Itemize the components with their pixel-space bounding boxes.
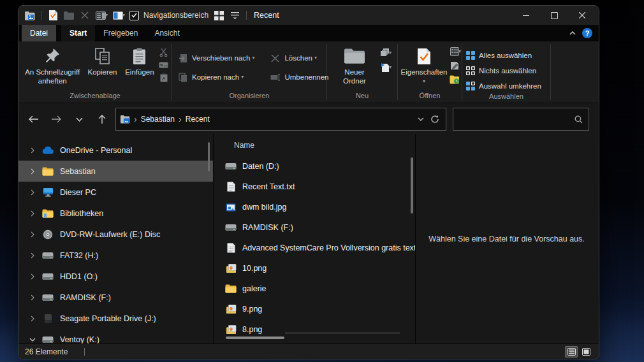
row-divider — [285, 333, 400, 333]
delete-button[interactable]: Löschen ▾ — [270, 50, 328, 66]
open-button[interactable]: ▾ — [449, 46, 461, 57]
collapse-ribbon-button[interactable] — [569, 31, 576, 35]
rename-button[interactable]: Umbenennen — [270, 69, 328, 85]
address-dropdown-button[interactable] — [418, 117, 424, 121]
select-none-button[interactable]: Nichts auswählen — [466, 64, 541, 77]
file-item-10-png[interactable]: 10.png — [214, 258, 415, 279]
sidebar-item-hdd1[interactable]: HDD1 (O:) — [18, 266, 213, 287]
chevron-right-icon[interactable] — [29, 315, 36, 322]
sidebar-item-ramdisk[interactable]: RAMDISK (F:) — [18, 287, 213, 308]
sidebar-item-dvd-drive[interactable]: DVD-RW-Laufwerk (E:) Disc — [18, 224, 213, 245]
refresh-button[interactable] — [428, 115, 442, 124]
sidebar-item-label: DVD-RW-Laufwerk (E:) Disc — [60, 230, 160, 239]
details-pane-button[interactable]: ▾ — [95, 10, 108, 21]
sidebar-item-label: Seagate Portable Drive (J:) — [60, 314, 156, 323]
sidebar-item-fat32[interactable]: FAT32 (H:) — [18, 245, 213, 266]
sidebar-item-label: RAMDISK (F:) — [60, 293, 111, 302]
chevron-right-icon[interactable] — [29, 189, 36, 196]
pin-to-quick-access-button[interactable]: An Schnellzugriff anheften — [22, 45, 82, 87]
details-view-button[interactable] — [565, 346, 578, 358]
chevron-down-icon: ▾ — [314, 55, 317, 61]
back-button[interactable] — [24, 110, 43, 129]
minimize-button[interactable] — [512, 6, 540, 25]
file-item-9-png[interactable]: 9.png — [214, 299, 415, 319]
file-item-galerie[interactable]: galerie — [214, 279, 415, 299]
tab-datei[interactable]: Datei — [22, 25, 56, 41]
chevron-right-icon[interactable] — [29, 273, 36, 280]
file-item-dwm-bild[interactable]: dwm bild.jpg — [214, 197, 415, 217]
select-all-button[interactable]: Alles auswählen — [466, 48, 541, 62]
sidebar-item-label: FAT32 (H:) — [60, 251, 98, 260]
recent-locations-button[interactable] — [70, 110, 89, 129]
sidebar-item-ventoy[interactable]: Ventoy (K:) — [18, 329, 213, 344]
sidebar-item-sebastian[interactable]: Sebastian — [18, 161, 213, 182]
status-separator — [84, 348, 85, 356]
breadcrumb-recent[interactable]: Recent — [186, 115, 210, 124]
new-folder-button[interactable]: Neuer Ordner — [332, 45, 377, 87]
cut-button[interactable] — [158, 47, 169, 57]
tab-ansicht[interactable]: Ansicht — [146, 25, 187, 41]
move-to-button[interactable]: Verschieben nach ▾ — [177, 50, 254, 66]
navigation-pane-toggle[interactable]: Navigationsbereich — [129, 11, 209, 20]
maximize-button[interactable] — [540, 6, 568, 25]
sidebar-item-seagate[interactable]: Seagate Portable Drive (J:) — [18, 308, 213, 329]
breadcrumb-sebastian[interactable]: Sebastian — [141, 115, 175, 124]
chevron-right-icon[interactable] — [29, 168, 36, 175]
copy-button[interactable]: Kopieren — [84, 45, 121, 78]
sidebar-item-onedrive[interactable]: OneDrive - Personal — [18, 140, 213, 161]
file-name: galerie — [242, 284, 267, 293]
copy-to-button[interactable]: Kopieren nach ▾ — [177, 69, 254, 85]
chevron-right-icon[interactable] — [29, 252, 36, 259]
paste-shortcut-button[interactable] — [158, 72, 169, 83]
file-list-vertical-scrollbar[interactable] — [411, 157, 413, 214]
forward-button[interactable] — [47, 110, 66, 129]
sidebar-item-label: Dieser PC — [60, 188, 96, 197]
chevron-right-icon[interactable] — [29, 147, 36, 154]
chevron-right-icon[interactable] — [29, 294, 36, 301]
thumbnail-view-button[interactable] — [580, 346, 592, 358]
close-button[interactable] — [568, 6, 596, 25]
file-list-horizontal-scrollbar[interactable] — [226, 337, 284, 339]
copy-label: Kopieren — [87, 68, 117, 77]
paste-button[interactable]: Einfügen — [122, 45, 157, 78]
tab-start[interactable]: Start — [61, 25, 95, 41]
onedrive-cloud-icon — [41, 147, 54, 154]
search-input[interactable] — [453, 115, 574, 124]
sidebar-item-dieser-pc[interactable]: Dieser PC — [18, 182, 213, 203]
minimize-icon — [523, 15, 529, 16]
new-item-button[interactable]: ▾ — [379, 62, 392, 73]
group-label-select: Auswählen — [462, 92, 550, 103]
file-item-recent-text[interactable]: Recent Text.txt — [214, 177, 415, 197]
file-item-daten[interactable]: Daten (D:) — [214, 156, 415, 177]
chevron-right-icon[interactable] — [29, 231, 36, 238]
delete-quick-icon[interactable] — [79, 10, 91, 21]
search-icon[interactable] — [574, 115, 589, 124]
preview-pane-button[interactable]: ▾ — [112, 10, 125, 21]
help-button[interactable]: ? — [582, 28, 592, 38]
chevron-down-icon[interactable] — [29, 337, 36, 343]
column-header-name[interactable]: Name — [214, 134, 415, 156]
copy-path-button[interactable] — [158, 59, 169, 70]
file-item-ramdisk[interactable]: RAMDISK (F:) — [214, 217, 415, 238]
edit-button[interactable] — [449, 60, 460, 71]
chevron-down-icon: ▾ — [105, 13, 108, 18]
sort-icon[interactable] — [229, 10, 240, 21]
chevron-right-icon[interactable] — [29, 210, 36, 217]
rename-label: Umbenennen — [284, 73, 328, 81]
properties-button[interactable]: Eigenschaften ▾ — [400, 45, 448, 85]
invert-selection-button[interactable]: Auswahl umkehren — [466, 79, 541, 92]
large-icons-view-icon[interactable] — [213, 10, 224, 21]
properties-quick-icon[interactable] — [47, 10, 59, 21]
sidebar-item-bibliotheken[interactable]: Bibliotheken — [18, 203, 213, 224]
sidebar-scrollbar[interactable] — [208, 142, 210, 171]
new-folder-quick-icon[interactable] — [63, 10, 75, 21]
file-item-advanced-systemcare[interactable]: Advanced SystemCare Pro Vollversion grat… — [214, 238, 415, 258]
address-bar[interactable]: › Sebastian › Recent — [115, 108, 446, 131]
checked-checkbox-icon[interactable] — [129, 11, 139, 20]
paste-icon — [133, 46, 146, 66]
easy-access-button[interactable]: ▾ — [379, 47, 392, 58]
up-button[interactable] — [92, 110, 112, 129]
history-button[interactable] — [449, 74, 460, 85]
ribbon-group-new: Neuer Ordner ▾ ▾ — [327, 41, 397, 103]
tab-freigeben[interactable]: Freigeben — [95, 25, 146, 41]
